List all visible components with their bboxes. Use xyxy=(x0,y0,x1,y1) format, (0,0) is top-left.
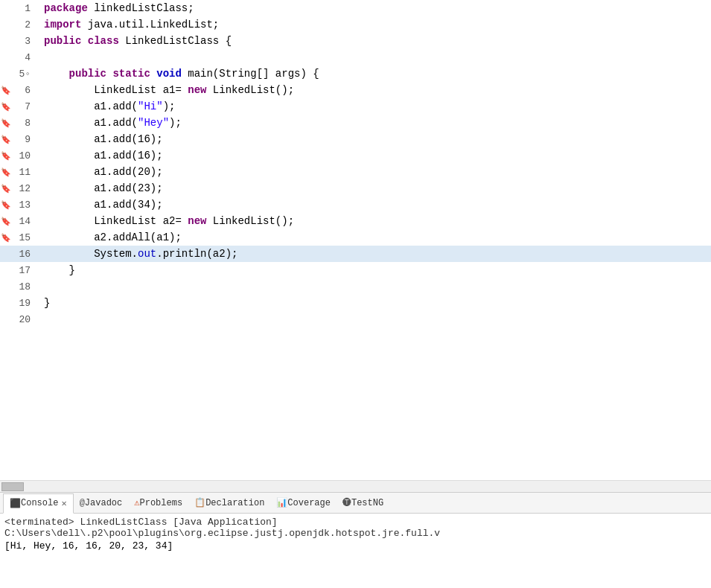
javadoc-icon: @ xyxy=(80,498,85,508)
coverage-icon: 📊 xyxy=(276,497,287,508)
line-content: LinkedList a2= new LinkedList(); xyxy=(41,215,294,227)
declaration-icon: 📋 xyxy=(194,497,205,508)
line-content: LinkedList a1= new LinkedList(); xyxy=(41,84,294,96)
problems-icon: ⚠ xyxy=(134,497,139,508)
testng-icon: 🅣 xyxy=(342,497,351,508)
line-icon: 🔖 xyxy=(0,102,12,112)
line-number-area: 🔖15 xyxy=(0,232,41,243)
line-icon: 🔖 xyxy=(0,233,12,243)
tab-label: TestNG xyxy=(351,498,383,508)
tab-label: Coverage xyxy=(287,498,331,508)
line-number-area: 🔖8 xyxy=(0,118,41,129)
code-line: 🔖10 a1.add(16); xyxy=(0,147,711,164)
code-container[interactable]: 1package linkedListClass;2import java.ut… xyxy=(0,0,711,480)
line-content: System.out.println(a2); xyxy=(41,248,237,260)
editor-area: 1package linkedListClass;2import java.ut… xyxy=(0,0,711,492)
tab-console[interactable]: ⬛ Console ✕ xyxy=(3,493,74,514)
line-number: 2 xyxy=(12,19,31,31)
line-number: 11 xyxy=(12,167,31,178)
line-number-area: 1 xyxy=(0,3,41,14)
line-content: a1.add(16); xyxy=(41,133,163,145)
code-line: 🔖8 a1.add("Hey"); xyxy=(0,115,711,131)
line-number: 10 xyxy=(12,150,31,162)
line-number-area: 5◦ xyxy=(0,68,41,80)
line-content: import java.util.LinkedList; xyxy=(41,19,219,31)
line-content: package linkedListClass; xyxy=(41,2,194,14)
tab-testng[interactable]: 🅣 TestNG xyxy=(337,493,389,513)
line-number: 6 xyxy=(12,85,31,96)
line-content: public static void main(String[] args) { xyxy=(41,68,319,80)
line-icon: 🔖 xyxy=(0,86,12,95)
line-content: a1.add(20); xyxy=(41,166,163,178)
code-line: 🔖6 LinkedList a1= new LinkedList(); xyxy=(0,82,711,98)
line-number: 13 xyxy=(12,199,31,211)
tab-close-icon[interactable]: ✕ xyxy=(61,498,66,509)
line-content: a1.add("Hey"); xyxy=(41,117,182,129)
line-number-area: 18 xyxy=(0,281,41,293)
bottom-panel: ⬛ Console ✕@ Javadoc⚠ Problems📋 Declarat… xyxy=(0,492,711,588)
code-line: 🔖12 a1.add(23); xyxy=(0,180,711,196)
code-line: 17 } xyxy=(0,262,711,278)
code-line: 🔖14 LinkedList a2= new LinkedList(); xyxy=(0,213,711,229)
line-number-area: 🔖9 xyxy=(0,134,41,145)
line-number: 8 xyxy=(12,118,31,129)
line-number-area: 🔖11 xyxy=(0,167,41,178)
code-line: 🔖15 a2.addAll(a1); xyxy=(0,229,711,246)
line-number: 19 xyxy=(12,298,31,309)
line-icon: 🔖 xyxy=(0,200,12,210)
tab-label: Javadoc xyxy=(85,498,122,508)
line-icon: 🔖 xyxy=(0,151,12,161)
code-line: 19} xyxy=(0,295,711,311)
console-output: [Hi, Hey, 16, 16, 20, 23, 34] xyxy=(4,540,707,552)
console-icon: ⬛ xyxy=(10,498,21,509)
line-content: } xyxy=(41,297,50,309)
code-line: 🔖9 a1.add(16); xyxy=(0,131,711,147)
code-lines: 1package linkedListClass;2import java.ut… xyxy=(0,0,711,327)
line-number-area: 🔖14 xyxy=(0,216,41,227)
line-number: 9 xyxy=(12,134,31,145)
line-icon: 🔖 xyxy=(0,217,12,226)
line-icon: 🔖 xyxy=(0,184,12,194)
line-number: 17 xyxy=(12,265,31,276)
tab-coverage[interactable]: 📊 Coverage xyxy=(270,493,337,513)
line-number: 1 xyxy=(12,3,31,14)
code-line: 1package linkedListClass; xyxy=(0,0,711,16)
code-line: 18 xyxy=(0,278,711,295)
console-terminated-text: <terminated> LinkedListClass [Java Appli… xyxy=(4,517,707,539)
line-number-area: 🔖7 xyxy=(0,101,41,112)
line-content: a1.add(16); xyxy=(41,150,163,162)
line-number: 16 xyxy=(12,249,31,260)
tab-problems[interactable]: ⚠ Problems xyxy=(128,493,188,513)
editor-scrollbar[interactable] xyxy=(0,480,711,492)
code-line: 5◦ public static void main(String[] args… xyxy=(0,65,711,82)
line-number-area: 16 xyxy=(0,249,41,260)
line-number-area: 2 xyxy=(0,19,41,31)
line-content: a1.add("Hi"); xyxy=(41,100,175,112)
code-line: 16 System.out.println(a2); xyxy=(0,246,711,262)
code-line: 4 xyxy=(0,49,711,65)
tab-declaration[interactable]: 📋 Declaration xyxy=(188,493,270,513)
code-line: 🔖11 a1.add(20); xyxy=(0,164,711,180)
line-number-area: 🔖12 xyxy=(0,183,41,194)
line-number: 3 xyxy=(12,36,31,47)
line-icon: 🔖 xyxy=(0,118,12,128)
line-number-area: 19 xyxy=(0,298,41,309)
line-number-area: 🔖10 xyxy=(0,150,41,162)
tab-label: Problems xyxy=(140,498,183,508)
line-number: 14 xyxy=(12,216,31,227)
scrollbar-thumb[interactable] xyxy=(1,482,24,491)
code-line: 20 xyxy=(0,311,711,327)
console-area: <terminated> LinkedListClass [Java Appli… xyxy=(0,514,711,588)
line-number-area: 🔖13 xyxy=(0,199,41,211)
line-number: 15 xyxy=(12,232,31,243)
line-icon: 🔖 xyxy=(0,135,12,144)
line-content: public class LinkedListClass { xyxy=(41,35,232,47)
line-content: a2.addAll(a1); xyxy=(41,231,182,243)
tab-label: Console xyxy=(21,498,58,508)
line-number: 7 xyxy=(12,101,31,112)
line-number: 12 xyxy=(12,183,31,194)
line-number-area: 20 xyxy=(0,314,41,325)
tab-bar: ⬛ Console ✕@ Javadoc⚠ Problems📋 Declarat… xyxy=(0,493,711,514)
line-content: a1.add(34); xyxy=(41,199,163,211)
tab-javadoc[interactable]: @ Javadoc xyxy=(74,493,129,513)
